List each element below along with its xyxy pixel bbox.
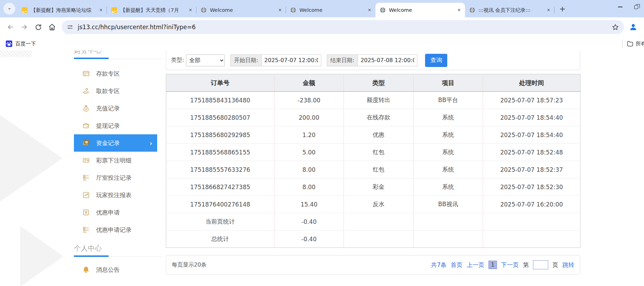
browser-tab[interactable]: Welcome — [375, 3, 465, 17]
restore-button[interactable] — [628, 0, 644, 14]
browser-tab[interactable]: 【新提醒】天天竞猜（7月 — [107, 3, 196, 17]
sidebar-item[interactable]: 消息公告 — [74, 261, 162, 278]
background-texture — [0, 51, 32, 57]
table-cell: 2025-07-07 18:52:48 — [483, 144, 581, 161]
start-date-input[interactable] — [262, 54, 321, 66]
player-report-icon — [82, 191, 90, 199]
query-button[interactable]: 查询 — [425, 54, 447, 67]
jump-suffix-label: 页 — [552, 261, 558, 269]
sidebar-item[interactable]: 资金记录 — [74, 134, 157, 152]
column-header: 处理时间 — [483, 74, 581, 92]
sidebar-item[interactable]: 存款专区 — [74, 65, 162, 82]
tab-title: 【新提醒】海燕策略论坛综 — [31, 7, 98, 14]
browser-tab[interactable]: 【新提醒】海燕策略论坛综 — [17, 3, 107, 17]
profile-avatar[interactable] — [627, 21, 639, 33]
table-cell: 系统 — [414, 144, 483, 161]
tab-close-icon[interactable] — [98, 7, 104, 13]
sidebar-item-label: 消息公告 — [96, 266, 120, 274]
end-date-label: 结束日期: — [327, 54, 358, 66]
sidebar-item-label: 资金记录 — [96, 139, 120, 147]
promo-record-icon — [82, 226, 90, 234]
section-divider-accent — [74, 58, 109, 59]
browser-tab[interactable]: Welcome — [196, 3, 286, 17]
browser-tab[interactable]: :::视讯 会员下注纪录::: — [465, 3, 554, 17]
sidebar-item[interactable]: 玩家投注报表 — [74, 186, 162, 204]
total-count-text: 共7条 — [431, 261, 447, 269]
sidebar-item[interactable]: 优惠申请记录 — [74, 221, 162, 238]
sidebar-item-label: 存款专区 — [96, 70, 120, 78]
page-content: 财务中心 存款专区 取款专区 充值记录 提现记录 资金记录 彩票下注明细 厅室投… — [0, 51, 644, 286]
type-filter-select[interactable]: 全部 — [186, 54, 225, 66]
sidebar-item-label: 取款专区 — [96, 87, 120, 95]
table-cell: BB视讯 — [414, 196, 483, 213]
browser-window: 【新提醒】海燕策略论坛综 【新提醒】天天竞猜（7月 Welcome Welcom… — [0, 0, 644, 286]
tab-close-icon[interactable] — [187, 7, 194, 13]
sidebar-item[interactable]: 充值记录 — [74, 100, 162, 117]
column-header: 项目 — [414, 74, 483, 92]
table-row: 17518856802929851.20优惠系统2025-07-07 18:54… — [166, 126, 581, 144]
table-cell: 8.00 — [274, 178, 344, 196]
table-cell — [414, 213, 483, 230]
star-icon[interactable] — [612, 24, 619, 31]
table-cell: 15.40 — [274, 196, 344, 213]
sidebar-item[interactable]: 取款专区 — [74, 82, 162, 100]
table-cell: 在线存款 — [344, 109, 414, 126]
next-page-link[interactable]: 下一页 — [501, 261, 519, 269]
forward-icon[interactable] — [18, 21, 30, 33]
end-date-input[interactable] — [358, 54, 417, 66]
page-jump-input[interactable] — [533, 260, 548, 269]
tab-close-icon[interactable] — [456, 7, 462, 13]
table-cell — [344, 230, 414, 248]
current-page-indicator[interactable]: 1 — [489, 261, 497, 269]
globe-icon — [201, 7, 207, 13]
table-cell: BB平台 — [414, 92, 483, 109]
url-text[interactable]: js13.cc/hhcp/usercenter.html?iniType=6 — [78, 24, 612, 31]
deposit-card-icon — [82, 70, 90, 77]
globe-icon — [380, 7, 386, 13]
bookmark-baidu[interactable]: 百度一下 — [6, 40, 36, 47]
prev-page-link[interactable]: 上一页 — [467, 261, 484, 269]
tab-title: 【新提醒】天天竞猜（7月 — [120, 7, 187, 14]
forum-icon — [22, 7, 28, 13]
table-row: 175187640027614815.40反水BB视讯2025-07-07 16… — [166, 196, 581, 213]
jump-button[interactable]: 跳转 — [562, 261, 574, 269]
address-bar[interactable]: js13.cc/hhcp/usercenter.html?iniType=6 — [62, 20, 624, 34]
tab-strip: 【新提醒】海燕策略论坛综 【新提醒】天天竞猜（7月 Welcome Welcom… — [0, 0, 644, 17]
first-page-link[interactable]: 首页 — [451, 261, 463, 269]
table-row: 1751885843136480-238.00额度转出BB平台2025-07-0… — [166, 92, 581, 109]
sidebar-item[interactable]: 优惠申请 — [74, 204, 162, 221]
tab-search-icon[interactable] — [3, 3, 15, 15]
sidebar-item[interactable]: 提现记录 — [74, 117, 162, 134]
table-cell: 优惠 — [344, 126, 414, 144]
all-bookmarks-label: 所有书签 — [636, 41, 644, 47]
bookmarks-bar: 百度一下 所有书签 — [0, 37, 644, 51]
tab-close-icon[interactable] — [545, 7, 552, 13]
table-cell: 1751866827427385 — [166, 178, 274, 196]
bell-icon — [82, 266, 90, 274]
reload-icon[interactable] — [32, 21, 44, 33]
home-icon[interactable] — [46, 21, 58, 33]
tab-title: :::视讯 会员下注纪录::: — [478, 7, 545, 14]
column-header: 类型 — [344, 74, 414, 92]
main-panel: 类型: 全部 开始日期: 结束日期: 查询 订单号金额类型项目处理时间 1751… — [166, 51, 580, 275]
back-icon[interactable] — [5, 21, 16, 33]
site-settings-icon[interactable] — [67, 24, 74, 31]
tab-title: Welcome — [389, 7, 456, 13]
withdraw-hand-icon — [82, 87, 90, 95]
browser-tab[interactable]: Welcome — [286, 3, 375, 17]
sidebar-item[interactable]: 厅室投注记录 — [74, 169, 162, 186]
table-cell: 1751885680292985 — [166, 126, 274, 144]
sidebar-item[interactable]: 彩票下注明细 — [74, 152, 162, 169]
sidebar-item-label: 彩票下注明细 — [96, 157, 132, 165]
table-cell: 2025-07-07 18:54:40 — [483, 126, 581, 144]
table-cell: 红包 — [344, 144, 414, 161]
new-tab-button[interactable] — [557, 3, 568, 14]
window-controls — [612, 0, 644, 14]
minimize-button[interactable] — [612, 0, 628, 14]
tab-close-icon[interactable] — [366, 7, 373, 13]
table-cell: 系统 — [414, 126, 483, 144]
sidebar-item-cutoff[interactable] — [74, 281, 162, 286]
table-cell: 红包 — [344, 161, 414, 178]
all-bookmarks-button[interactable]: 所有书签 — [627, 40, 644, 47]
tab-close-icon[interactable] — [277, 7, 283, 13]
